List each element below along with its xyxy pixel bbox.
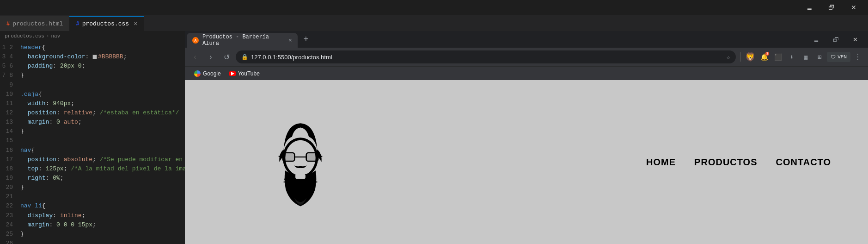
breadcrumb-file: productos.css [5,33,44,39]
extensions-icon[interactable]: ⬛ [771,50,784,63]
google-label: Google [203,70,221,77]
browser-tab-strip: A Productos - Barbería Alura × + 🗕 🗗 ✕ [185,31,868,48]
lock-icon: 🔒 [241,54,248,61]
tab-productos-css[interactable]: # productos.css × [69,16,144,31]
browser-navbar: ‹ › ↺ 🔒 127.0.0.1:5500/productos.html ☆ … [185,48,868,66]
new-tab-button[interactable]: + [300,33,312,46]
download-icon[interactable]: ⬇ [785,50,798,63]
barber-navigation: HOME PRODUCTOS CONTACTO [646,157,831,168]
bookmark-icon[interactable]: ☆ [727,53,730,61]
browser-panel: A Productos - Barbería Alura × + 🗕 🗗 ✕ ‹… [185,31,868,244]
tab-favicon: A [192,37,199,44]
svg-rect-8 [307,154,318,161]
vpn-button[interactable]: 🛡 VPN [827,52,850,62]
barber-logo-svg: ALURA ESTD 2020 [268,116,333,208]
browser-maximize[interactable]: 🗗 [826,33,845,46]
vpn-icon: 🛡 [831,54,836,60]
split-icon[interactable]: ⊞ [813,50,826,63]
barber-logo-area: ALURA ESTD 2020 [268,116,333,208]
breadcrumb-bar: productos.css › nav [0,31,185,41]
browser-right-icons: 🦁 🔔 3 ⬛ ⬇ ▦ ⊞ 🛡 VPN ⋮ [739,50,864,63]
back-button[interactable]: ‹ [189,50,202,63]
notification-icon[interactable]: 🔔 3 [758,50,770,63]
svg-rect-15 [295,174,306,179]
breadcrumb-sep: › [46,33,49,39]
minimize-button[interactable]: 🗕 [799,0,820,14]
nav-contact[interactable]: CONTACTO [776,157,831,168]
maximize-button[interactable]: 🗗 [821,0,842,14]
editor-tab-bar: # productos.html # productos.css × [0,15,868,31]
browser-menu-button[interactable]: ⋮ [851,50,864,63]
reload-button[interactable]: ↺ [220,50,233,63]
browser-minimize[interactable]: 🗕 [807,33,825,46]
breadcrumb-symbol: nav [51,33,60,39]
bookmark-youtube[interactable]: YouTube [226,69,263,78]
nav-products[interactable]: PRODUCTOS [694,157,757,168]
tab-close-css[interactable]: × [134,21,137,27]
css-file-icon: # [76,21,79,27]
sidebar-icon[interactable]: ▦ [799,50,812,63]
notif-badge: 3 [765,52,769,56]
tab-productos-html[interactable]: # productos.html [0,16,69,31]
barber-site: ALURA ESTD 2020 [185,80,868,244]
youtube-label: YouTube [238,70,260,77]
code-content[interactable]: header{ background-color: #BBBBBB; paddi… [17,41,185,244]
window-controls: 🗕 🗗 ✕ [799,0,864,14]
code-area: 1 2 3 4 5 6 7 8 9 10 11 12 13 14 15 16 1… [0,41,185,244]
editor-panel: productos.css › nav 1 2 3 4 5 6 7 8 9 10… [0,31,185,244]
browser-tab-title: Productos - Barbería Alura [202,34,285,47]
address-text: 127.0.0.1:5500/productos.html [251,54,332,61]
bookmark-google[interactable]: Google [190,69,225,78]
address-url: 127.0.0.1:5500/productos.html [251,54,332,61]
browser-tab-close[interactable]: × [288,37,292,44]
tab-label-css: productos.css [82,20,129,27]
youtube-favicon [229,71,236,76]
address-bar[interactable]: 🔒 127.0.0.1:5500/productos.html ☆ [236,50,736,63]
line-numbers: 1 2 3 4 5 6 7 8 9 10 11 12 13 14 15 16 1… [0,41,17,244]
browser-viewport: ALURA ESTD 2020 [185,80,868,244]
html-file-icon: # [6,21,10,27]
vpn-label: VPN [837,54,847,60]
nav-home[interactable]: HOME [646,157,676,168]
main-area: productos.css › nav 1 2 3 4 5 6 7 8 9 10… [0,31,868,244]
browser-active-tab[interactable]: A Productos - Barbería Alura × [187,33,298,48]
brave-icon[interactable]: 🦁 [744,50,757,63]
yt-play-icon [231,72,234,75]
divider [740,52,741,62]
svg-rect-7 [284,154,294,161]
tab-label-html: productos.html [12,20,63,27]
bookmarks-bar: Google YouTube [185,66,868,80]
window-chrome: 🗕 🗗 ✕ [0,0,868,15]
close-button[interactable]: ✕ [843,0,864,14]
browser-close[interactable]: ✕ [846,33,864,46]
google-favicon [194,70,201,77]
forward-button[interactable]: › [204,50,217,63]
